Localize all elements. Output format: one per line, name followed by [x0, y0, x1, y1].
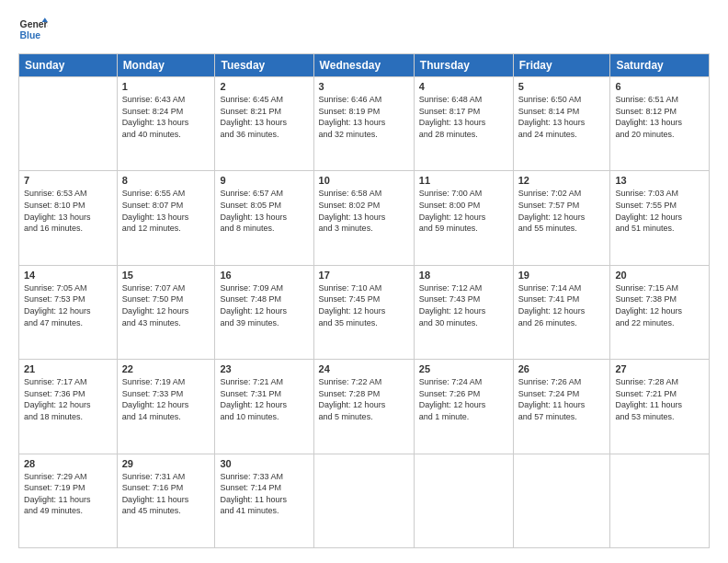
- day-info: Sunrise: 6:57 AM Sunset: 8:05 PM Dayligh…: [220, 188, 308, 234]
- day-cell: 17Sunrise: 7:10 AM Sunset: 7:45 PM Dayli…: [313, 265, 414, 359]
- day-info: Sunrise: 6:48 AM Sunset: 8:17 PM Dayligh…: [419, 94, 508, 140]
- weekday-header-saturday: Saturday: [610, 54, 710, 77]
- day-cell: 7Sunrise: 6:53 AM Sunset: 8:10 PM Daylig…: [19, 171, 118, 265]
- day-info: Sunrise: 7:26 AM Sunset: 7:24 PM Dayligh…: [518, 376, 606, 422]
- day-number: 6: [615, 81, 704, 92]
- day-info: Sunrise: 7:17 AM Sunset: 7:36 PM Dayligh…: [24, 376, 112, 422]
- week-row-4: 28Sunrise: 7:29 AM Sunset: 7:19 PM Dayli…: [19, 454, 710, 547]
- weekday-header-wednesday: Wednesday: [313, 54, 414, 77]
- day-cell: [313, 454, 414, 547]
- calendar-table: SundayMondayTuesdayWednesdayThursdayFrid…: [18, 53, 710, 548]
- day-cell: 30Sunrise: 7:33 AM Sunset: 7:14 PM Dayli…: [215, 454, 313, 547]
- weekday-header-monday: Monday: [117, 54, 215, 77]
- day-number: 30: [220, 458, 308, 469]
- day-info: Sunrise: 7:00 AM Sunset: 8:00 PM Dayligh…: [419, 188, 508, 234]
- day-info: Sunrise: 7:19 AM Sunset: 7:33 PM Dayligh…: [122, 376, 210, 422]
- day-cell: 19Sunrise: 7:14 AM Sunset: 7:41 PM Dayli…: [513, 265, 610, 359]
- day-info: Sunrise: 6:43 AM Sunset: 8:24 PM Dayligh…: [122, 94, 210, 140]
- week-row-1: 7Sunrise: 6:53 AM Sunset: 8:10 PM Daylig…: [19, 171, 710, 265]
- day-number: 15: [122, 270, 210, 281]
- day-cell: 9Sunrise: 6:57 AM Sunset: 8:05 PM Daylig…: [215, 171, 313, 265]
- day-info: Sunrise: 6:45 AM Sunset: 8:21 PM Dayligh…: [220, 94, 308, 140]
- day-cell: 11Sunrise: 7:00 AM Sunset: 8:00 PM Dayli…: [414, 171, 513, 265]
- week-row-0: 1Sunrise: 6:43 AM Sunset: 8:24 PM Daylig…: [19, 77, 710, 171]
- day-number: 12: [518, 175, 606, 186]
- day-cell: 3Sunrise: 6:46 AM Sunset: 8:19 PM Daylig…: [313, 77, 414, 171]
- day-cell: 5Sunrise: 6:50 AM Sunset: 8:14 PM Daylig…: [513, 77, 610, 171]
- day-cell: 24Sunrise: 7:22 AM Sunset: 7:28 PM Dayli…: [313, 360, 414, 454]
- day-info: Sunrise: 7:05 AM Sunset: 7:53 PM Dayligh…: [24, 282, 112, 328]
- day-number: 25: [419, 363, 508, 374]
- day-cell: 14Sunrise: 7:05 AM Sunset: 7:53 PM Dayli…: [19, 265, 118, 359]
- weekday-header-thursday: Thursday: [414, 54, 513, 77]
- week-row-2: 14Sunrise: 7:05 AM Sunset: 7:53 PM Dayli…: [19, 265, 710, 359]
- day-number: 17: [319, 270, 409, 281]
- day-number: 27: [615, 363, 704, 374]
- day-info: Sunrise: 7:09 AM Sunset: 7:48 PM Dayligh…: [220, 282, 308, 328]
- day-number: 18: [419, 270, 508, 281]
- day-cell: 1Sunrise: 6:43 AM Sunset: 8:24 PM Daylig…: [117, 77, 215, 171]
- day-cell: 16Sunrise: 7:09 AM Sunset: 7:48 PM Dayli…: [215, 265, 313, 359]
- day-number: 1: [122, 81, 210, 92]
- day-info: Sunrise: 6:53 AM Sunset: 8:10 PM Dayligh…: [24, 188, 112, 234]
- logo: General Blue: [18, 15, 48, 44]
- day-cell: 27Sunrise: 7:28 AM Sunset: 7:21 PM Dayli…: [610, 360, 710, 454]
- weekday-header-row: SundayMondayTuesdayWednesdayThursdayFrid…: [19, 54, 710, 77]
- logo-icon: General Blue: [18, 15, 48, 44]
- day-number: 29: [122, 458, 210, 469]
- day-info: Sunrise: 7:03 AM Sunset: 7:55 PM Dayligh…: [615, 188, 704, 234]
- day-cell: 22Sunrise: 7:19 AM Sunset: 7:33 PM Dayli…: [117, 360, 215, 454]
- day-number: 16: [220, 270, 308, 281]
- day-number: 11: [419, 175, 508, 186]
- day-cell: [19, 77, 118, 171]
- day-number: 8: [122, 175, 210, 186]
- day-number: 21: [24, 363, 112, 374]
- day-number: 4: [419, 81, 508, 92]
- day-number: 19: [518, 270, 606, 281]
- day-info: Sunrise: 6:51 AM Sunset: 8:12 PM Dayligh…: [615, 94, 704, 140]
- day-cell: 28Sunrise: 7:29 AM Sunset: 7:19 PM Dayli…: [19, 454, 118, 547]
- svg-text:Blue: Blue: [20, 30, 41, 40]
- day-number: 7: [24, 175, 112, 186]
- day-info: Sunrise: 7:33 AM Sunset: 7:14 PM Dayligh…: [220, 471, 308, 517]
- day-number: 5: [518, 81, 606, 92]
- day-cell: 4Sunrise: 6:48 AM Sunset: 8:17 PM Daylig…: [414, 77, 513, 171]
- day-cell: 12Sunrise: 7:02 AM Sunset: 7:57 PM Dayli…: [513, 171, 610, 265]
- day-number: 22: [122, 363, 210, 374]
- day-number: 10: [319, 175, 409, 186]
- day-cell: 21Sunrise: 7:17 AM Sunset: 7:36 PM Dayli…: [19, 360, 118, 454]
- day-cell: 2Sunrise: 6:45 AM Sunset: 8:21 PM Daylig…: [215, 77, 313, 171]
- day-cell: 6Sunrise: 6:51 AM Sunset: 8:12 PM Daylig…: [610, 77, 710, 171]
- day-info: Sunrise: 7:07 AM Sunset: 7:50 PM Dayligh…: [122, 282, 210, 328]
- day-cell: 23Sunrise: 7:21 AM Sunset: 7:31 PM Dayli…: [215, 360, 313, 454]
- day-info: Sunrise: 6:58 AM Sunset: 8:02 PM Dayligh…: [319, 188, 409, 234]
- day-cell: 13Sunrise: 7:03 AM Sunset: 7:55 PM Dayli…: [610, 171, 710, 265]
- day-info: Sunrise: 7:29 AM Sunset: 7:19 PM Dayligh…: [24, 471, 112, 517]
- day-number: 26: [518, 363, 606, 374]
- calendar-page: General Blue SundayMondayTuesdayWednesda…: [0, 0, 728, 563]
- weekday-header-friday: Friday: [513, 54, 610, 77]
- day-cell: 18Sunrise: 7:12 AM Sunset: 7:43 PM Dayli…: [414, 265, 513, 359]
- day-info: Sunrise: 7:22 AM Sunset: 7:28 PM Dayligh…: [319, 376, 409, 422]
- day-cell: 25Sunrise: 7:24 AM Sunset: 7:26 PM Dayli…: [414, 360, 513, 454]
- day-info: Sunrise: 6:46 AM Sunset: 8:19 PM Dayligh…: [319, 94, 409, 140]
- day-cell: 8Sunrise: 6:55 AM Sunset: 8:07 PM Daylig…: [117, 171, 215, 265]
- day-info: Sunrise: 6:50 AM Sunset: 8:14 PM Dayligh…: [518, 94, 606, 140]
- day-number: 20: [615, 270, 704, 281]
- weekday-header-tuesday: Tuesday: [215, 54, 313, 77]
- day-cell: [610, 454, 710, 547]
- day-info: Sunrise: 7:15 AM Sunset: 7:38 PM Dayligh…: [615, 282, 704, 328]
- day-cell: 20Sunrise: 7:15 AM Sunset: 7:38 PM Dayli…: [610, 265, 710, 359]
- day-number: 24: [319, 363, 409, 374]
- day-info: Sunrise: 7:21 AM Sunset: 7:31 PM Dayligh…: [220, 376, 308, 422]
- day-number: 13: [615, 175, 704, 186]
- day-info: Sunrise: 7:28 AM Sunset: 7:21 PM Dayligh…: [615, 376, 704, 422]
- day-number: 2: [220, 81, 308, 92]
- weekday-header-sunday: Sunday: [19, 54, 118, 77]
- day-info: Sunrise: 7:02 AM Sunset: 7:57 PM Dayligh…: [518, 188, 606, 234]
- day-cell: [414, 454, 513, 547]
- week-row-3: 21Sunrise: 7:17 AM Sunset: 7:36 PM Dayli…: [19, 360, 710, 454]
- day-info: Sunrise: 7:10 AM Sunset: 7:45 PM Dayligh…: [319, 282, 409, 328]
- day-info: Sunrise: 7:12 AM Sunset: 7:43 PM Dayligh…: [419, 282, 508, 328]
- day-cell: 10Sunrise: 6:58 AM Sunset: 8:02 PM Dayli…: [313, 171, 414, 265]
